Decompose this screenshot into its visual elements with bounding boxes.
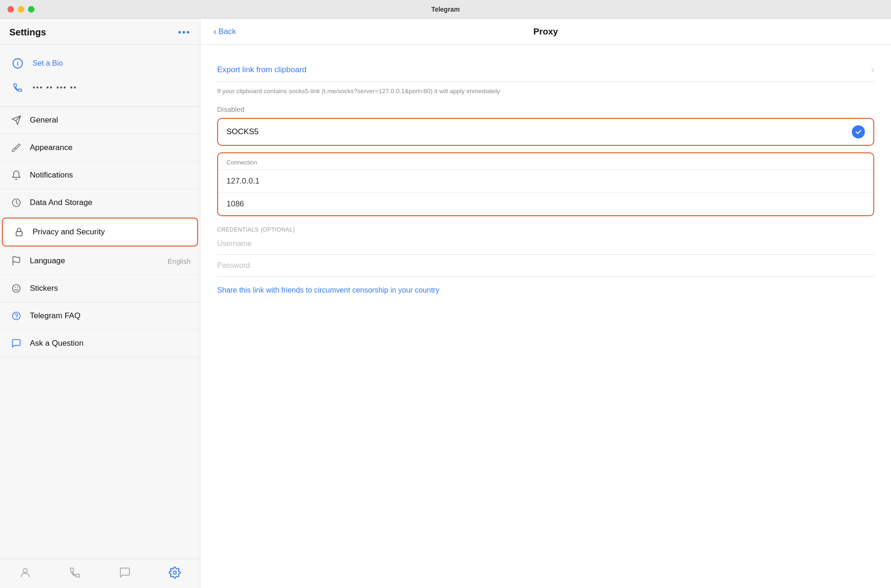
credentials-header: CREDENTIALS (OPTIONAL) <box>217 226 874 233</box>
language-value: English <box>168 257 191 265</box>
sidebar-item-language[interactable]: Language English <box>0 247 200 275</box>
bottom-nav <box>0 559 200 588</box>
titlebar: Telegram <box>0 0 891 19</box>
sidebar-item-faq[interactable]: Telegram FAQ <box>0 302 200 330</box>
bottom-nav-chats[interactable] <box>110 565 140 581</box>
set-bio-label: Set a Bio <box>33 59 63 68</box>
sidebar-header: Settings ••• <box>0 19 200 45</box>
main-header: ‹ Back Proxy <box>200 19 891 45</box>
svg-rect-3 <box>16 232 22 236</box>
data-storage-label: Data And Storage <box>30 198 191 207</box>
svg-point-11 <box>173 571 177 574</box>
ask-label: Ask a Question <box>30 339 191 348</box>
chevron-left-icon: ‹ <box>213 26 217 37</box>
sidebar-item-general[interactable]: General <box>0 107 200 134</box>
smiley-icon <box>9 281 23 295</box>
sidebar-title: Settings <box>9 27 46 38</box>
export-link-label: Export link from clipboard <box>217 65 307 75</box>
sidebar-item-appearance[interactable]: Appearance <box>0 134 200 162</box>
brush-icon <box>9 141 23 155</box>
svg-point-10 <box>23 568 27 573</box>
close-button[interactable] <box>7 6 14 13</box>
password-input[interactable] <box>217 261 874 270</box>
chevron-right-icon: › <box>871 64 874 75</box>
window-controls[interactable] <box>7 6 34 13</box>
bottom-nav-contacts[interactable] <box>10 565 41 581</box>
server-value: 127.0.0.1 <box>226 177 260 185</box>
selected-checkmark <box>852 125 865 138</box>
faq-label: Telegram FAQ <box>30 311 191 321</box>
sidebar: Settings ••• i Set a Bio <box>0 19 200 588</box>
share-link[interactable]: Share this link with friends to circumve… <box>217 286 874 294</box>
flag-icon <box>9 254 23 268</box>
svg-text:i: i <box>17 60 19 67</box>
paper-plane-icon <box>9 113 23 127</box>
proxy-settings-body: Export link from clipboard › If your cli… <box>200 45 891 588</box>
info-icon: i <box>9 55 26 72</box>
question-icon <box>9 309 23 323</box>
minimize-button[interactable] <box>18 6 24 13</box>
support-nav-section: Telegram FAQ Ask a Question <box>0 302 200 357</box>
clock-icon <box>9 196 23 210</box>
profile-section: i Set a Bio ••• •• ••• •• <box>0 45 200 107</box>
sidebar-item-data-storage[interactable]: Data And Storage <box>0 189 200 217</box>
page-title: Proxy <box>534 27 558 37</box>
password-field[interactable] <box>217 255 874 277</box>
socks5-option[interactable]: SOCKS5 <box>217 118 874 146</box>
bottom-nav-calls[interactable] <box>60 565 90 581</box>
privacy-security-label: Privacy and Security <box>33 227 188 237</box>
notifications-label: Notifications <box>30 171 191 180</box>
general-label: General <box>30 116 191 125</box>
maximize-button[interactable] <box>28 6 34 13</box>
sidebar-content: i Set a Bio ••• •• ••• •• <box>0 45 200 559</box>
svg-point-5 <box>13 285 21 293</box>
sidebar-item-privacy-security[interactable]: Privacy and Security <box>2 218 198 246</box>
back-button[interactable]: ‹ Back <box>213 26 236 37</box>
back-label: Back <box>219 27 236 36</box>
svg-point-8 <box>13 312 21 320</box>
set-bio-item[interactable]: i Set a Bio <box>9 51 191 75</box>
app-container: Settings ••• i Set a Bio <box>0 19 891 588</box>
stickers-label: Stickers <box>30 284 191 293</box>
sidebar-item-notifications[interactable]: Notifications <box>0 162 200 189</box>
lock-icon <box>12 225 26 239</box>
port-field[interactable]: 1086 <box>218 193 873 215</box>
language-label: Language <box>30 256 161 266</box>
username-input[interactable] <box>217 239 874 248</box>
sidebar-item-stickers[interactable]: Stickers <box>0 275 200 302</box>
connection-header: Connection <box>218 153 873 170</box>
phone-icon <box>9 79 26 96</box>
phone-number: ••• •• ••• •• <box>33 83 77 92</box>
connection-box: Connection 127.0.0.1 1086 <box>217 152 874 216</box>
more-options-button[interactable]: ••• <box>178 27 191 38</box>
export-link-description: If your clipboard contains socks5-link (… <box>217 82 874 105</box>
export-link-row[interactable]: Export link from clipboard › <box>217 58 874 82</box>
port-value: 1086 <box>226 199 244 208</box>
username-field[interactable] <box>217 233 874 255</box>
socks5-label: SOCKS5 <box>226 127 259 137</box>
disabled-label: Disabled <box>217 105 874 113</box>
main-nav-section: General Appearance <box>0 107 200 302</box>
appearance-label: Appearance <box>30 143 191 152</box>
sidebar-item-ask[interactable]: Ask a Question <box>0 330 200 357</box>
bell-icon <box>9 168 23 182</box>
bottom-nav-settings[interactable] <box>159 565 190 581</box>
phone-item: ••• •• ••• •• <box>9 75 191 100</box>
chat-icon <box>9 336 23 350</box>
server-field[interactable]: 127.0.0.1 <box>218 170 873 193</box>
app-title: Telegram <box>431 6 459 13</box>
main-content: ‹ Back Proxy Export link from clipboard … <box>200 19 891 588</box>
